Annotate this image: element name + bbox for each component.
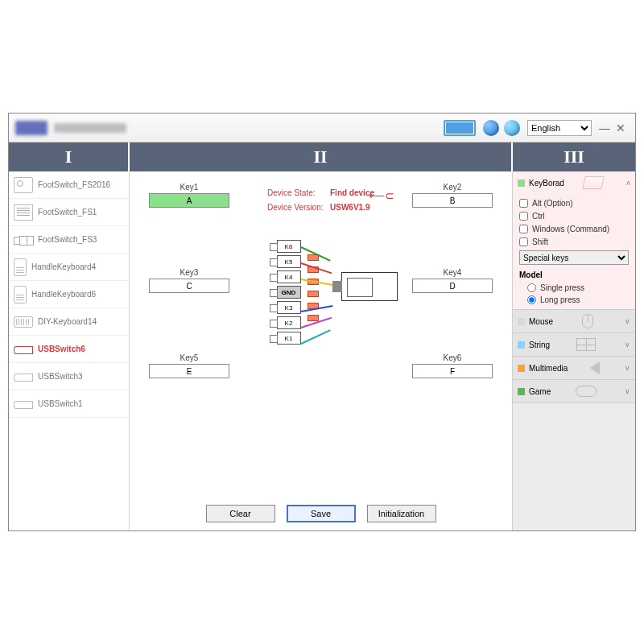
speaker-icon — [590, 361, 600, 374]
device-label: HandleKeyboard4 — [31, 262, 96, 271]
app-subtitle — [54, 123, 126, 133]
action-buttons: Clear Save Initialization — [206, 505, 436, 522]
device-item-FootSwitch_FS3[interactable]: FootSwitch_FS3 — [9, 226, 129, 254]
device-item-FootSwitch_FS1[interactable]: FootSwitch_FS1 — [9, 199, 129, 226]
column-headers: I II III — [9, 142, 635, 171]
gamepad-icon — [576, 386, 597, 397]
column-header-3: III — [513, 142, 635, 171]
device-icon — [14, 258, 27, 276]
keyboard-icon — [583, 176, 605, 189]
accordion-multimedia: Multimedia ∨ — [513, 357, 635, 380]
key-label: Key5 — [180, 353, 199, 362]
chevron-down-icon: ∨ — [625, 317, 630, 325]
accordion-game-header[interactable]: Game ∨ — [513, 380, 635, 402]
app-window: English — ✕ I II III FootSwitch_FS2016Fo… — [8, 113, 636, 531]
device-icon — [14, 177, 33, 193]
accordion-string-header[interactable]: String ∨ — [513, 333, 635, 356]
chevron-down-icon: ∨ — [625, 341, 630, 349]
key-value: E — [149, 364, 229, 378]
app-logo — [15, 121, 47, 135]
keyboard-title: KeyBorad — [529, 179, 564, 188]
usb-icon: ⟵⊂ — [369, 189, 394, 202]
ctrl-checkbox[interactable]: Ctrl — [519, 212, 629, 221]
save-button[interactable]: Save — [287, 505, 356, 522]
pin-K5: K5 — [277, 255, 301, 268]
device-state-value: Find device — [330, 188, 374, 197]
long-press-radio[interactable]: Long press — [527, 295, 629, 304]
key-value: B — [412, 193, 493, 208]
device-item-USBSwitch6[interactable]: USBSwitch6 — [9, 336, 129, 363]
device-item-HandleKeyboard6[interactable]: HandleKeyboard6 — [9, 281, 129, 308]
device-icon — [14, 204, 33, 221]
device-label: FootSwitch_FS1 — [38, 208, 97, 217]
windows-checkbox[interactable]: Windows (Command) — [519, 225, 629, 233]
refresh-icon[interactable] — [504, 120, 520, 136]
key-label: Key3 — [180, 268, 199, 277]
key-value: D — [412, 279, 493, 293]
device-version-label: Device Version: — [267, 200, 330, 215]
accordion-keyboard-header[interactable]: KeyBorad ᴧ — [513, 171, 635, 194]
device-icon — [14, 316, 33, 328]
shift-checkbox[interactable]: Shift — [519, 237, 629, 246]
key-slot-5[interactable]: Key5E — [149, 353, 229, 378]
clear-button[interactable]: Clear — [206, 505, 275, 522]
key-slot-4[interactable]: Key4D — [412, 268, 493, 293]
device-item-DIY-Keyboard14[interactable]: DIY-Keyboard14 — [9, 308, 129, 336]
pin-K6: K6 — [277, 240, 301, 253]
device-icon — [14, 369, 33, 385]
mouse-icon — [582, 314, 593, 328]
chevron-down-icon: ∨ — [625, 387, 630, 395]
key-slot-1[interactable]: Key1A — [149, 183, 229, 208]
accordion-keyboard: KeyBorad ᴧ Alt (Option) Ctrl Windows (Co… — [513, 171, 635, 310]
device-label: USBSwitch3 — [38, 372, 83, 381]
accordion-mouse-header[interactable]: Mouse ∨ — [513, 310, 635, 332]
key-label: Key1 — [180, 183, 199, 192]
device-icon — [14, 341, 33, 357]
device-item-HandleKeyboard4[interactable]: HandleKeyboard4 — [9, 254, 129, 281]
device-state-label: Device State: — [267, 186, 330, 200]
pin-K4: K4 — [277, 270, 301, 283]
model-label: Model — [519, 270, 629, 279]
device-icon — [14, 286, 27, 303]
device-label: USBSwitch1 — [38, 399, 83, 408]
device-icon — [14, 232, 33, 248]
key-value: A — [149, 193, 229, 208]
device-list: FootSwitch_FS2016FootSwitch_FS1FootSwitc… — [9, 171, 130, 530]
device-item-FootSwitch_FS2016[interactable]: FootSwitch_FS2016 — [9, 171, 129, 199]
language-select[interactable]: English — [527, 120, 592, 136]
column-header-1: I — [9, 142, 130, 171]
accordion-game: Game ∨ — [513, 380, 635, 403]
device-label: USBSwitch6 — [38, 345, 85, 353]
keyboard-options: Alt (Option) Ctrl Windows (Command) Shif… — [513, 194, 635, 309]
minimize-button[interactable]: — — [597, 120, 613, 136]
special-keys-select[interactable]: Special keys — [519, 250, 629, 265]
accordion-string: String ∨ — [513, 333, 635, 357]
device-item-USBSwitch3[interactable]: USBSwitch3 — [9, 363, 129, 390]
device-info: Device State:Find device Device Version:… — [267, 186, 374, 215]
key-label: Key6 — [444, 353, 462, 362]
accordion-mouse: Mouse ∨ — [513, 310, 635, 333]
device-item-USBSwitch1[interactable]: USBSwitch1 — [9, 390, 129, 418]
key-slot-6[interactable]: Key6F — [412, 353, 493, 378]
key-label: Key2 — [444, 183, 462, 192]
alt-checkbox[interactable]: Alt (Option) — [519, 199, 629, 208]
pin-K2: K2 — [277, 316, 301, 329]
wiring-diagram: K6K5K4GNDK3K2K1 — [245, 240, 398, 369]
key-value: F — [412, 364, 493, 378]
single-press-radio[interactable]: Single press — [527, 283, 629, 292]
key-slot-3[interactable]: Key3C — [149, 268, 229, 293]
device-label: FootSwitch_FS2016 — [38, 180, 110, 189]
pin-K3: K3 — [277, 301, 301, 314]
close-button[interactable]: ✕ — [613, 120, 629, 136]
initialization-button[interactable]: Initialization — [367, 505, 436, 522]
vendor-badge — [444, 120, 476, 136]
chevron-up-icon: ᴧ — [626, 179, 630, 187]
help-icon[interactable] — [483, 120, 499, 136]
pin-GND: GND — [277, 286, 301, 299]
config-panel: Device State:Find device Device Version:… — [130, 171, 513, 530]
property-panel: KeyBorad ᴧ Alt (Option) Ctrl Windows (Co… — [513, 171, 635, 530]
accordion-multimedia-header[interactable]: Multimedia ∨ — [513, 357, 635, 379]
device-version-value: USW6V1.9 — [330, 203, 369, 212]
device-label: DIY-Keyboard14 — [38, 317, 97, 326]
key-slot-2[interactable]: Key2B — [412, 183, 493, 208]
